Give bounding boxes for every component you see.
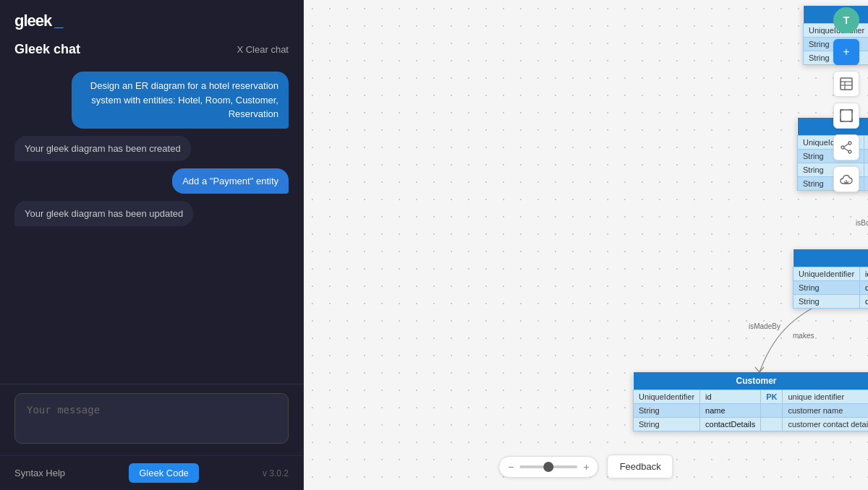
svg-text:isMadeBy: isMadeBy	[749, 322, 780, 330]
zoom-slider[interactable]	[519, 465, 577, 468]
svg-text:isBookedIn: isBookedIn	[856, 219, 868, 227]
version-label: v 3.0.2	[263, 468, 289, 478]
messages-area: Design an ER diagram for a hotel reserva…	[0, 64, 303, 384]
svg-line-17	[760, 367, 764, 372]
feedback-button[interactable]: Feedback	[608, 455, 673, 478]
customer-table-title: Customer	[634, 372, 869, 390]
user-message-1: Design an ER diagram for a hotel reserva…	[72, 72, 289, 129]
chat-title: Gleek chat	[14, 42, 80, 57]
logo-underscore: _	[54, 12, 63, 30]
svg-text:makes: makes	[793, 332, 814, 340]
logo: gleek_	[14, 12, 64, 30]
reservation-table-title: Reservation	[793, 249, 869, 267]
input-area	[0, 384, 303, 455]
customer-table: Customer UniqueIdentifier id PK unique i…	[633, 372, 868, 431]
svg-rect-26	[841, 78, 852, 90]
system-message-2: Your gleek diagram has been updated	[14, 201, 193, 226]
frame-icon-button[interactable]	[833, 103, 859, 129]
table-icon-button[interactable]	[833, 71, 859, 97]
message-input[interactable]	[14, 393, 289, 444]
clear-chat-button[interactable]: X Clear chat	[237, 44, 289, 55]
svg-rect-30	[841, 110, 852, 121]
sidebar-header: gleek_	[0, 0, 303, 39]
user-message-2: Add a "Payment" entity	[172, 168, 289, 194]
cloud-icon-button[interactable]	[833, 166, 859, 192]
share-icon-button[interactable]	[833, 134, 859, 160]
chat-title-bar: Gleek chat X Clear chat	[0, 39, 303, 64]
system-message-1: Your gleek diagram has been created	[14, 136, 191, 161]
svg-point-31	[848, 142, 851, 145]
zoom-controls: − +	[498, 456, 598, 478]
syntax-help-button[interactable]: Syntax Help	[14, 468, 65, 478]
bottom-bar: Syntax Help Gleek Code v 3.0.2	[0, 455, 303, 490]
svg-line-16	[755, 367, 760, 372]
gleek-code-button[interactable]: Gleek Code	[129, 463, 199, 483]
svg-point-33	[848, 150, 851, 153]
avatar-button[interactable]: T	[833, 7, 859, 33]
diagram-area[interactable]: has isIn isBookedIn has isMadeBy makes h…	[304, 0, 868, 490]
svg-line-34	[844, 144, 848, 147]
svg-line-35	[844, 148, 848, 151]
zoom-in-icon[interactable]: +	[583, 461, 589, 473]
svg-point-32	[841, 146, 844, 149]
right-toolbar: T +	[833, 7, 859, 192]
reservation-table: Reservation UniqueIdentifier id PK uniqu…	[793, 249, 868, 309]
add-button[interactable]: +	[833, 39, 859, 65]
bottom-controls: − + Feedback	[498, 455, 673, 478]
logo-text: gleek	[14, 12, 51, 30]
sidebar: gleek_ Gleek chat X Clear chat Design an…	[0, 0, 304, 490]
zoom-out-icon[interactable]: −	[508, 461, 514, 473]
